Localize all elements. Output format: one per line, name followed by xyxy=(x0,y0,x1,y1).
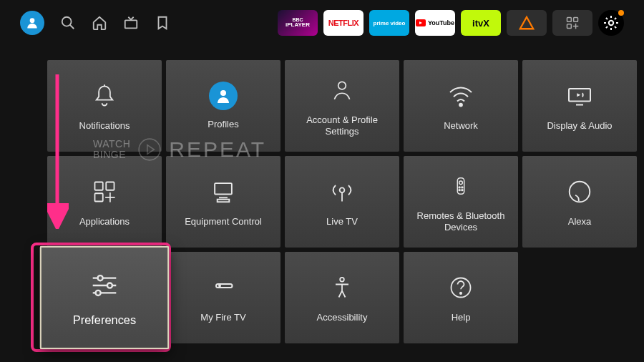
app-label: YouTube xyxy=(428,19,454,26)
app-itvx[interactable]: itvX xyxy=(461,10,501,36)
tile-label: My Fire TV xyxy=(200,312,245,323)
svg-point-29 xyxy=(462,187,463,188)
tile-network[interactable]: Network xyxy=(404,60,518,152)
svg-point-27 xyxy=(459,181,463,185)
tile-label: Applications xyxy=(79,216,130,228)
svg-rect-21 xyxy=(215,183,232,194)
triangle-icon xyxy=(519,15,535,31)
app-prime-video[interactable]: prime video xyxy=(369,10,409,36)
tile-help[interactable]: Help xyxy=(404,252,518,343)
svg-rect-23 xyxy=(218,200,230,202)
tile-label: Profiles xyxy=(208,119,238,130)
app-youtube[interactable]: YouTube xyxy=(415,10,455,36)
svg-point-9 xyxy=(609,21,613,25)
gear-icon xyxy=(602,14,620,31)
tile-accessibility[interactable]: Accessibility xyxy=(285,252,399,343)
help-icon xyxy=(445,272,477,303)
svg-rect-4 xyxy=(567,18,572,22)
wifi-icon xyxy=(445,80,477,112)
svg-rect-16 xyxy=(95,182,103,190)
person-icon xyxy=(25,16,39,30)
tv-icon xyxy=(123,15,139,31)
app-netflix[interactable]: NETFLIX xyxy=(323,10,364,36)
tile-preferences[interactable]: Preferences xyxy=(40,246,170,350)
svg-rect-3 xyxy=(125,20,137,28)
svg-point-40 xyxy=(219,285,220,286)
svg-point-11 xyxy=(220,90,226,96)
home-button[interactable] xyxy=(92,15,107,31)
svg-point-13 xyxy=(459,104,462,107)
svg-rect-26 xyxy=(457,178,464,195)
svg-point-30 xyxy=(459,189,460,190)
settings-grid: Notifications Profiles Account & Profile… xyxy=(47,60,637,343)
tile-my-fire-tv[interactable]: My Fire TV xyxy=(166,252,280,343)
tile-label: Equipment Control xyxy=(185,216,262,228)
top-nav-left xyxy=(20,11,170,35)
svg-rect-18 xyxy=(95,193,103,201)
applications-icon xyxy=(89,176,120,207)
settings-button[interactable] xyxy=(598,10,624,36)
remote-icon xyxy=(445,170,477,202)
tile-label: Accessibility xyxy=(317,312,368,323)
svg-point-36 xyxy=(107,283,112,288)
app-bbc-iplayer[interactable]: BBC iPLAYER xyxy=(278,10,318,36)
app-triangle[interactable] xyxy=(507,10,547,36)
tile-display-audio[interactable]: Display & Audio xyxy=(522,60,637,152)
alexa-icon xyxy=(564,176,595,207)
tile-applications[interactable]: Applications xyxy=(47,156,162,248)
tile-label: Alexa xyxy=(568,216,592,228)
tile-label: Live TV xyxy=(326,216,358,228)
app-label: itvX xyxy=(472,18,489,29)
all-apps-button[interactable] xyxy=(552,10,592,36)
search-icon xyxy=(60,15,76,31)
tile-alexa[interactable]: Alexa xyxy=(522,156,637,248)
apps-grid-icon xyxy=(565,16,580,30)
display-icon xyxy=(564,80,595,112)
svg-rect-6 xyxy=(567,24,572,29)
profile-avatar[interactable] xyxy=(20,11,44,35)
app-label: iPLAYER xyxy=(286,22,310,29)
svg-point-31 xyxy=(462,189,463,190)
search-button[interactable] xyxy=(60,15,76,31)
accessibility-icon xyxy=(326,272,358,303)
svg-point-41 xyxy=(340,278,344,282)
svg-line-2 xyxy=(70,25,74,29)
bookmark-icon xyxy=(155,15,170,31)
app-label: prime video xyxy=(374,20,406,26)
tile-account-profile-settings[interactable]: Account & Profile Settings xyxy=(285,60,399,152)
live-button[interactable] xyxy=(123,15,139,31)
profile-avatar-icon xyxy=(209,82,238,110)
svg-rect-17 xyxy=(106,182,114,190)
bell-icon xyxy=(89,80,120,112)
svg-rect-5 xyxy=(574,18,578,22)
equipment-icon xyxy=(208,176,239,207)
svg-point-1 xyxy=(62,17,72,26)
sliders-icon xyxy=(87,268,122,303)
tile-label: Account & Profile Settings xyxy=(291,114,394,138)
app-label: NETFLIX xyxy=(328,19,358,27)
home-icon xyxy=(92,15,107,31)
svg-point-24 xyxy=(340,187,345,192)
youtube-play-icon xyxy=(416,19,426,26)
tile-label: Notifications xyxy=(79,120,130,132)
top-navigation: BBC iPLAYER NETFLIX prime video YouTube … xyxy=(0,0,644,46)
account-icon xyxy=(326,74,358,106)
tile-label: Display & Audio xyxy=(547,120,612,132)
notification-dot-icon xyxy=(618,10,624,16)
svg-point-12 xyxy=(338,82,346,89)
tile-label: Remotes & Bluetooth Devices xyxy=(409,210,512,234)
tile-notifications[interactable]: Notifications xyxy=(47,60,162,152)
tile-live-tv[interactable]: Live TV xyxy=(285,156,399,248)
svg-point-28 xyxy=(459,187,460,188)
svg-point-0 xyxy=(30,18,35,23)
bookmark-button[interactable] xyxy=(155,15,170,31)
tile-label: Help xyxy=(452,312,471,323)
svg-point-38 xyxy=(96,290,101,295)
tile-profiles[interactable]: Profiles xyxy=(166,60,280,152)
tile-label: Network xyxy=(444,120,478,132)
tile-remotes-bluetooth[interactable]: Remotes & Bluetooth Devices xyxy=(404,156,518,248)
svg-point-32 xyxy=(570,182,590,202)
svg-point-43 xyxy=(460,293,462,294)
tile-label: Preferences xyxy=(73,313,136,327)
tile-equipment-control[interactable]: Equipment Control xyxy=(166,156,280,248)
